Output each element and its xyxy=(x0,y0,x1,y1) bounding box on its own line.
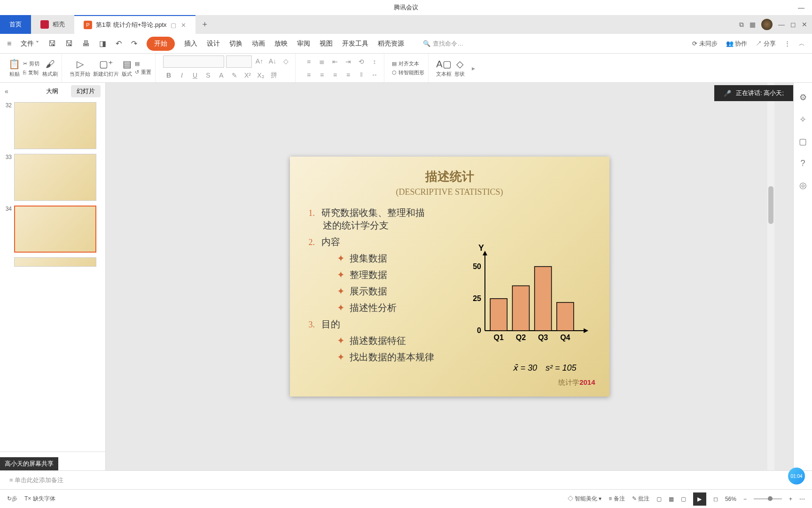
scrollbar-thumb[interactable] xyxy=(768,186,773,224)
shapes-button[interactable]: ◇形状 xyxy=(454,58,465,78)
redo-icon[interactable]: ↷ xyxy=(131,39,137,48)
thumbnail-list[interactable]: 32 33 34 xyxy=(0,100,105,452)
minimize-icon[interactable]: — xyxy=(790,0,812,15)
star-icon[interactable]: ✧ xyxy=(799,114,806,125)
subscript-button[interactable]: X₂ xyxy=(255,70,266,81)
align-justify-icon[interactable]: ≡ xyxy=(343,69,354,80)
help-icon[interactable]: ? xyxy=(800,159,805,168)
command-search[interactable]: 🔍 查找命令… xyxy=(423,40,463,48)
collab-button[interactable]: 👥 协作 xyxy=(726,40,748,48)
sync-status[interactable]: ⟳ 未同步 xyxy=(692,40,718,48)
number-list-icon[interactable]: ≣ xyxy=(316,56,328,67)
notes-toggle[interactable]: ≡ 备注 xyxy=(609,495,625,503)
outline-tab[interactable]: 大纲 xyxy=(40,85,64,97)
indent-left-icon[interactable]: ⇤ xyxy=(329,56,341,67)
menu-slideshow[interactable]: 放映 xyxy=(274,40,288,48)
underline-button[interactable]: U xyxy=(189,70,201,81)
app-close-icon[interactable]: ✕ xyxy=(802,21,807,28)
file-menu[interactable]: 文件 ˅ xyxy=(21,40,39,48)
menu-transition[interactable]: 切换 xyxy=(229,40,242,48)
columns-icon[interactable]: ⫴ xyxy=(356,69,367,80)
tab-current-file[interactable]: P 第1章 统计介绍+导论.pptx ▢ ✕ xyxy=(74,15,195,34)
print-icon[interactable]: 🖶 xyxy=(82,40,90,48)
spacing-icon[interactable]: ↔ xyxy=(369,69,380,80)
copy-button[interactable]: ⎘ 复制 xyxy=(23,69,39,76)
zoom-slider[interactable] xyxy=(754,498,782,500)
fit-icon[interactable]: ◻ xyxy=(713,496,718,502)
strikethrough-button[interactable]: S xyxy=(203,70,214,81)
line-spacing-icon[interactable]: ↕ xyxy=(369,56,380,67)
new-slide-button[interactable]: ▢⁺新建幻灯片 xyxy=(93,58,119,78)
meeting-timer[interactable]: 01:04 xyxy=(788,468,805,484)
font-color-button[interactable]: A xyxy=(216,70,227,81)
align-right-icon[interactable]: ≡ xyxy=(329,69,341,80)
highlight-button[interactable]: ✎ xyxy=(229,70,240,81)
save-icon[interactable]: 🖫 xyxy=(48,40,56,48)
text-box-button[interactable]: A▢文本框 xyxy=(436,58,452,78)
bold-button[interactable]: B xyxy=(163,70,174,81)
close-tab-icon[interactable]: ✕ xyxy=(181,22,186,29)
collapse-ribbon-icon[interactable]: ︿ xyxy=(799,40,805,48)
user-avatar[interactable] xyxy=(761,19,773,30)
save-as-icon[interactable]: 🖫 xyxy=(65,40,73,48)
app-minimize-icon[interactable]: — xyxy=(778,21,785,28)
menu-devtools[interactable]: 开发工具 xyxy=(342,40,368,48)
new-tab-button[interactable]: + xyxy=(195,15,214,34)
thumb-slide-34[interactable] xyxy=(14,206,96,253)
zoom-out-button[interactable]: − xyxy=(743,496,747,502)
align-left-icon[interactable]: ≡ xyxy=(303,69,314,80)
slide-canvas[interactable]: 🎤 正在讲话: 高小天; 描述统计 (DESCRIPTIVE STATISTIC… xyxy=(106,83,793,470)
thumb-item[interactable] xyxy=(2,257,103,267)
tab-daoke[interactable]: 稻壳 xyxy=(31,15,74,34)
clear-format-icon[interactable]: ◇ xyxy=(280,56,291,67)
menu-resources[interactable]: 稻壳资源 xyxy=(378,40,404,48)
ribbon-expand-icon[interactable]: ▸ xyxy=(468,63,479,74)
thumb-item[interactable]: 34 xyxy=(2,206,103,253)
resource-icon[interactable]: ◎ xyxy=(799,180,807,190)
layout-button[interactable]: ▤版式 xyxy=(122,58,132,78)
more-icon[interactable]: ⋮ xyxy=(784,40,790,47)
thumb-slide-32[interactable] xyxy=(14,102,96,149)
vertical-scrollbar[interactable] xyxy=(767,83,774,470)
section-button[interactable]: ▤ xyxy=(135,61,151,67)
text-direction-icon[interactable]: ⟲ xyxy=(356,56,367,67)
menu-insert[interactable]: 插入 xyxy=(184,40,197,48)
superscript-button[interactable]: X² xyxy=(242,70,253,81)
thumb-slide-33[interactable] xyxy=(14,154,96,201)
notes-area[interactable]: ≡ 单击此处添加备注 xyxy=(0,470,812,489)
menu-animation[interactable]: 动画 xyxy=(252,40,265,48)
window-layout-icon[interactable]: ⧉ xyxy=(739,21,744,29)
settings-icon[interactable]: ⚙ xyxy=(799,92,807,103)
thumb-slide-partial[interactable] xyxy=(14,257,96,267)
reset-button[interactable]: ↺ 重置 xyxy=(135,69,151,76)
menu-review[interactable]: 审阅 xyxy=(297,40,310,48)
smart-graphic-button[interactable]: ⬡ 转智能图形 xyxy=(392,69,424,76)
normal-view-icon[interactable]: ▢ xyxy=(656,496,662,502)
current-slide[interactable]: 描述统计 (DESCRIPTIVE STATISTICS) 1. 研究数据收集、… xyxy=(290,157,609,397)
font-family-select[interactable] xyxy=(163,56,224,68)
thumb-item[interactable]: 32 xyxy=(2,102,103,149)
align-text-button[interactable]: ▤ 对齐文本 xyxy=(392,60,424,67)
increase-font-icon[interactable]: A↑ xyxy=(254,56,265,67)
present-icon[interactable]: ▢ xyxy=(171,22,176,29)
more-status-icon[interactable]: ⋯ xyxy=(799,496,805,502)
format-painter-button[interactable]: 🖌格式刷 xyxy=(42,59,58,78)
italic-button[interactable]: I xyxy=(176,70,187,81)
menu-start[interactable]: 开始 xyxy=(147,37,175,51)
template-icon[interactable]: ▢ xyxy=(799,136,807,147)
missing-font-button[interactable]: T× 缺失字体 xyxy=(24,495,55,503)
pinyin-button[interactable]: 拼 xyxy=(268,70,280,81)
from-current-button[interactable]: ▷当页开始 xyxy=(70,58,90,78)
slideshow-button[interactable]: ▶ xyxy=(693,492,706,506)
paste-button[interactable]: 📋粘贴 xyxy=(8,58,20,78)
annotate-button[interactable]: ✎ 批注 xyxy=(632,495,649,503)
share-button[interactable]: ↗ 分享 xyxy=(756,40,776,48)
reading-view-icon[interactable]: ▢ xyxy=(681,496,686,502)
thumb-item[interactable]: 33 xyxy=(2,154,103,201)
sync-indicator[interactable]: ↻步 xyxy=(7,495,17,503)
sorter-view-icon[interactable]: ▦ xyxy=(669,496,674,502)
smart-beautify-button[interactable]: ◇ 智能美化 ▾ xyxy=(568,495,602,503)
app-maximize-icon[interactable]: ◻ xyxy=(790,21,796,28)
slides-tab[interactable]: 幻灯片 xyxy=(71,85,101,97)
collapse-panel-icon[interactable]: « xyxy=(5,87,8,95)
